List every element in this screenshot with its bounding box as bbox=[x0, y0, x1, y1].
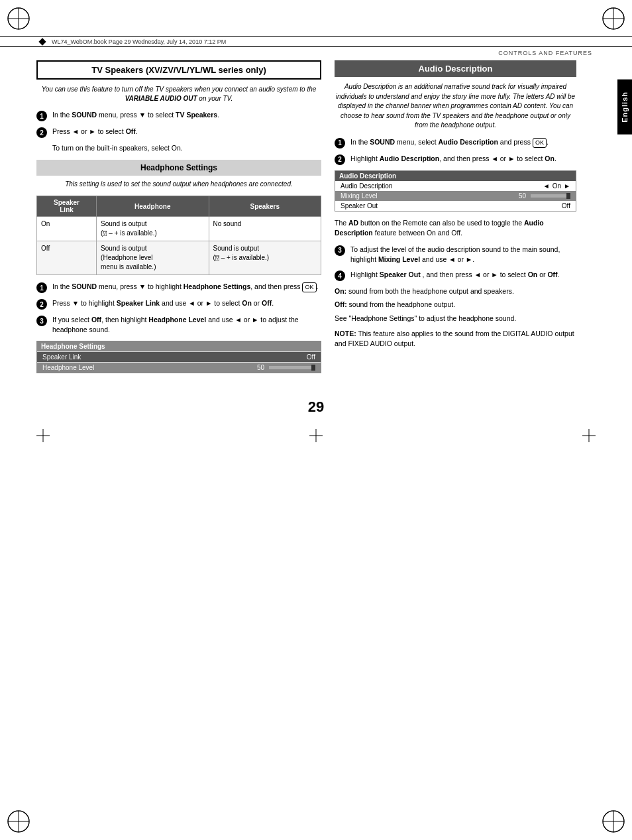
headphone-settings-title: Headphone Settings bbox=[36, 160, 321, 176]
step-number-1: 1 bbox=[36, 111, 47, 121]
ad-step-number-3: 3 bbox=[335, 245, 345, 256]
ad-menu-row-mixing-level: Mixing Level 50 bbox=[335, 191, 576, 201]
ad-button-note: The AD button on the Remote can also be … bbox=[335, 218, 576, 238]
headphone-settings-table: SpeakerLink Headphone Speakers On Sound … bbox=[36, 196, 321, 275]
on-note: On: sound from both the headphone output… bbox=[335, 286, 576, 296]
audio-desc-step-3: 3 To adjust the level of the audio descr… bbox=[335, 245, 576, 265]
headphone-step-2: 2 Press ▼ to highlight Speaker Link and … bbox=[36, 298, 321, 310]
ad-menu-box-title: Audio Description bbox=[335, 171, 576, 181]
table-cell-speakers-on: No sound bbox=[209, 217, 321, 241]
ad-step-3-text: To adjust the level of the audio descrip… bbox=[350, 245, 576, 265]
table-header-headphone: Headphone bbox=[97, 196, 209, 217]
table-cell-speakers-off: Sound is output(⍔ – + is available.) bbox=[209, 241, 321, 275]
left-column: TV Speakers (XV/ZV/VL/YL/WL series only)… bbox=[36, 60, 321, 379]
tv-speakers-step-2-text: Press ◄ or ► to select Off. bbox=[52, 127, 138, 137]
headphone-menu-row-speaker-link: Speaker Link Off bbox=[37, 351, 321, 362]
step-number-2: 2 bbox=[36, 127, 47, 138]
header-diamond bbox=[38, 38, 46, 45]
tv-speakers-step-1-text: In the SOUND menu, press ▼ to select TV … bbox=[52, 110, 219, 120]
header-filename: WL74_WebOM.book Page 29 Wednesday, July … bbox=[52, 38, 226, 45]
ad-row-value-speaker-out: Off bbox=[562, 202, 570, 210]
ad-row-value-audio-desc: On bbox=[553, 182, 561, 190]
headphone-step-number-3: 3 bbox=[36, 316, 47, 326]
bottom-crosshair-right bbox=[582, 429, 596, 442]
ad-step-number-1: 1 bbox=[335, 138, 345, 149]
headphone-step-3-text: If you select Off, then highlight Headph… bbox=[52, 315, 321, 335]
table-cell-off: Off bbox=[37, 241, 97, 275]
corner-decoration-bl bbox=[5, 808, 32, 835]
ad-row-value-mixing: 50 bbox=[519, 192, 570, 200]
menu-row-value-level: 50 bbox=[257, 364, 315, 371]
audio-desc-step-2: 2 Highlight Audio Description, and then … bbox=[335, 154, 576, 165]
table-header-speaker-link: SpeakerLink bbox=[37, 196, 97, 217]
tv-speakers-intro: You can use this feature to turn off the… bbox=[36, 85, 321, 103]
table-cell-headphone-off: Sound is output(Headphone levelmenu is a… bbox=[97, 241, 209, 275]
table-row: Off Sound is output(Headphone levelmenu … bbox=[37, 241, 321, 275]
ad-note-digital: NOTE: This feature also applies to the s… bbox=[335, 329, 576, 349]
headphone-step-2-text: Press ▼ to highlight Speaker Link and us… bbox=[52, 298, 274, 308]
corner-decoration-tl bbox=[5, 5, 32, 32]
tv-speakers-title: TV Speakers (XV/ZV/VL/YL/WL series only) bbox=[36, 60, 321, 80]
table-cell-headphone-on: Sound is output(⍔ – + is available.) bbox=[97, 217, 209, 241]
table-header-speakers: Speakers bbox=[209, 196, 321, 217]
page-number: 29 bbox=[0, 398, 632, 416]
ad-menu-row-audio-desc: Audio Description ◄ On ► bbox=[335, 181, 576, 191]
headphone-menu-box-title: Headphone Settings bbox=[37, 341, 321, 351]
menu-row-label-speaker-link: Speaker Link bbox=[42, 353, 81, 361]
audio-description-menu-box: Audio Description Audio Description ◄ On… bbox=[335, 170, 576, 211]
section-label: CONTROLS AND FEATURES bbox=[0, 47, 632, 58]
ad-arrow-left: ◄ bbox=[543, 182, 550, 190]
ad-step-number-4: 4 bbox=[335, 270, 345, 281]
headphone-step-number-1: 1 bbox=[36, 282, 47, 293]
table-row: On Sound is output(⍔ – + is available.) … bbox=[37, 217, 321, 241]
header-bar: WL74_WebOM.book Page 29 Wednesday, July … bbox=[0, 36, 632, 47]
ad-step-4-text: Highlight Speaker Out , and then press ◄… bbox=[350, 270, 560, 280]
ad-arrow-right: ► bbox=[564, 182, 570, 190]
ad-row-label-audio-desc: Audio Description bbox=[341, 182, 392, 190]
ad-row-right-audio-desc: ◄ On ► bbox=[543, 182, 570, 190]
headphone-menu-row-level: Headphone Level 50 bbox=[37, 362, 321, 373]
audio-description-title: Audio Description bbox=[335, 60, 576, 77]
corner-decoration-br bbox=[600, 808, 627, 835]
main-content: TV Speakers (XV/ZV/VL/YL/WL series only)… bbox=[0, 60, 632, 379]
bottom-bar bbox=[0, 429, 632, 442]
audio-description-intro: Audio Description is an additional narra… bbox=[335, 82, 576, 131]
ad-step-number-2: 2 bbox=[335, 154, 345, 165]
headphone-step-1: 1 In the SOUND menu, press ▼ to highligh… bbox=[36, 282, 321, 293]
table-cell-on: On bbox=[37, 217, 97, 241]
tv-speakers-step-1: 1 In the SOUND menu, press ▼ to select T… bbox=[36, 110, 321, 121]
english-tab: English bbox=[617, 80, 632, 135]
bottom-crosshair-center bbox=[309, 429, 323, 442]
ad-step-2-text: Highlight Audio Description, and then pr… bbox=[350, 154, 556, 164]
headphone-settings-intro: This setting is used to set the sound ou… bbox=[36, 180, 321, 189]
audio-desc-step-4: 4 Highlight Speaker Out , and then press… bbox=[335, 270, 576, 281]
off-note: Off: sound from the headphone output. bbox=[335, 300, 576, 310]
bottom-crosshair-left bbox=[36, 429, 50, 442]
audio-desc-step-1: 1 In the SOUND menu, select Audio Descri… bbox=[335, 137, 576, 149]
headphone-step-3: 3 If you select Off, then highlight Head… bbox=[36, 315, 321, 335]
headphone-ref: See "Headphone Settings" to adjust the h… bbox=[335, 314, 576, 324]
ad-menu-row-speaker-out: Speaker Out Off bbox=[335, 201, 576, 211]
headphone-menu-box: Headphone Settings Speaker Link Off Head… bbox=[36, 341, 321, 373]
menu-row-value-speaker-link: Off bbox=[307, 353, 315, 361]
headphone-step-1-text: In the SOUND menu, press ▼ to highlight … bbox=[52, 282, 318, 292]
ad-row-label-speaker-out: Speaker Out bbox=[341, 202, 378, 210]
right-column: Audio Description Audio Description is a… bbox=[335, 60, 593, 379]
headphone-step-number-2: 2 bbox=[36, 299, 47, 310]
menu-row-label-level: Headphone Level bbox=[42, 364, 94, 371]
turn-on-note: To turn on the built-in speakers, select… bbox=[52, 143, 321, 153]
ad-row-label-mixing-level: Mixing Level bbox=[341, 192, 378, 200]
tv-speakers-step-2: 2 Press ◄ or ► to select Off. bbox=[36, 127, 321, 138]
ad-step-1-text: In the SOUND menu, select Audio Descript… bbox=[350, 137, 549, 148]
corner-decoration-tr bbox=[600, 5, 627, 32]
